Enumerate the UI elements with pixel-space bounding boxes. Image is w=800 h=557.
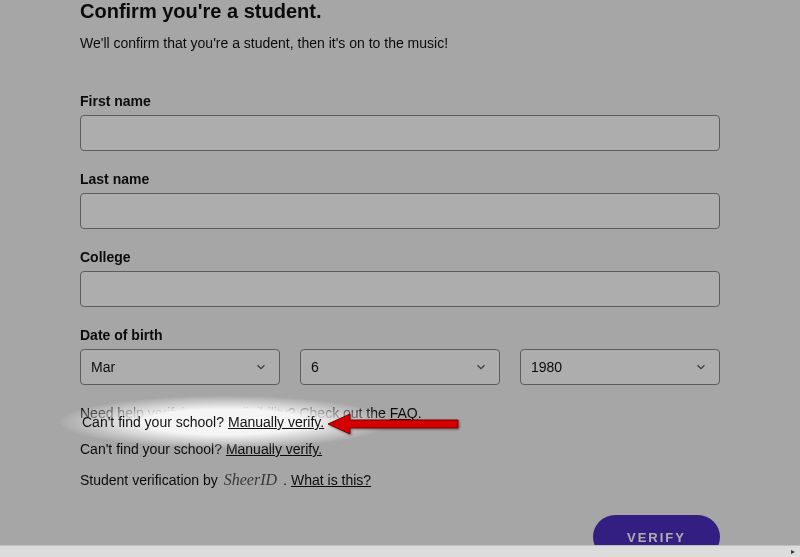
page: Confirm you're a student. We'll confirm … [0,0,800,557]
first-name-input[interactable] [80,115,720,151]
horizontal-scrollbar[interactable]: ▸ [0,545,800,557]
eligibility-text: Need help verifying your eligibility? Ch… [80,405,390,421]
cant-find-help: Can't find your school? Manually verify. [80,441,720,457]
sheerid-logo: SheerID [224,471,277,489]
last-name-input[interactable] [80,193,720,229]
last-name-group: Last name [80,171,720,229]
cant-find-text: Can't find your school? [80,441,226,457]
college-input[interactable] [80,271,720,307]
page-title: Confirm you're a student. [80,0,720,23]
dob-day-value: 6 [300,349,500,385]
first-name-label: First name [80,93,720,109]
last-name-label: Last name [80,171,720,187]
manually-verify-link[interactable]: Manually verify. [226,441,322,457]
dob-year-value: 1980 [520,349,720,385]
eligibility-suffix: . [418,405,422,421]
verification-provider: Student verification by SheerID. What is… [80,471,720,489]
dob-year-select[interactable]: 1980 [520,349,720,385]
dob-group: Date of birth Mar 6 1980 [80,327,720,385]
college-group: College [80,249,720,307]
dob-row: Mar 6 1980 [80,349,720,385]
verification-suffix: . [283,472,287,488]
what-is-this-link[interactable]: What is this? [291,472,371,488]
form-container: Confirm you're a student. We'll confirm … [80,0,720,557]
verification-prefix: Student verification by [80,472,218,488]
faq-link[interactable]: FAQ [390,405,418,421]
dob-month-value: Mar [80,349,280,385]
dob-day-select[interactable]: 6 [300,349,500,385]
college-label: College [80,249,720,265]
page-subtitle: We'll confirm that you're a student, the… [80,35,720,51]
eligibility-help: Need help verifying your eligibility? Ch… [80,405,720,421]
first-name-group: First name [80,93,720,151]
scroll-right-icon[interactable]: ▸ [786,546,800,557]
dob-month-select[interactable]: Mar [80,349,280,385]
dob-label: Date of birth [80,327,720,343]
